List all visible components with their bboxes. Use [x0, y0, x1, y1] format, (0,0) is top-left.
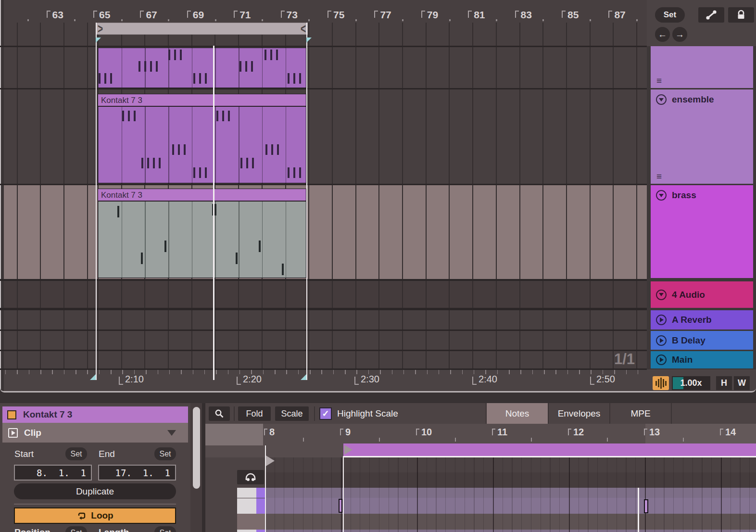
search-icon[interactable]: [209, 406, 230, 421]
tick-icon: [281, 11, 285, 18]
tick-icon: [472, 377, 477, 385]
loop-start-flag-icon[interactable]: [90, 374, 96, 380]
ableton-arrangement-view: > < Kontakt 7 3 Kontakt 7 3 ≡ensemble≡br…: [0, 0, 756, 532]
bar-number: 87: [608, 9, 625, 21]
end-value-field[interactable]: 17. 1. 1: [98, 465, 176, 481]
track-header-b-delay[interactable]: B Delay: [651, 331, 753, 350]
fold-arrow-icon[interactable]: [656, 290, 667, 300]
loop-start-line: [343, 456, 344, 532]
track-header-ensemble[interactable]: ensemble≡: [651, 89, 753, 184]
half-bar-tick: [531, 438, 532, 442]
minor-bar-tick: [215, 19, 216, 21]
lock-icon[interactable]: [728, 7, 754, 23]
track-name: 4 Audio: [672, 290, 705, 300]
preview-headphones-icon[interactable]: [237, 470, 264, 484]
bar-number-text: 81: [474, 9, 485, 21]
track-header-lane[interactable]: ≡: [651, 46, 753, 88]
piano-key-white[interactable]: [237, 530, 256, 532]
fold-arrow-icon[interactable]: [656, 190, 667, 201]
panel-divider: [202, 403, 205, 532]
midi-note[interactable]: [644, 499, 648, 513]
length-set-button[interactable]: Set: [154, 526, 176, 532]
scale-button[interactable]: Scale: [275, 406, 309, 421]
chevron-down-icon[interactable]: [167, 430, 176, 436]
tick-icon: [515, 11, 519, 18]
mini-note-group: [172, 144, 186, 155]
time-label-text: 2:10: [125, 374, 144, 385]
clip-title[interactable]: Kontakt 7 3: [98, 189, 306, 202]
bar-number-text: 67: [146, 9, 157, 21]
link-icon[interactable]: [698, 7, 724, 23]
play-arrow-icon[interactable]: [656, 335, 667, 346]
bar-number-text: 12: [573, 427, 584, 438]
start-label: Start: [14, 449, 34, 459]
track-header-4-audio[interactable]: 4 Audio: [651, 281, 753, 308]
nav-forward-button[interactable]: →: [672, 27, 687, 42]
minor-bar-tick: [27, 19, 29, 21]
panel-scrollbar-thumb[interactable]: [193, 407, 200, 489]
highlight-scale-checkbox[interactable]: ✓: [319, 407, 332, 420]
bar-number: 77: [374, 9, 391, 21]
time-label: 2:30: [354, 374, 379, 385]
half-bar-tick: [303, 438, 304, 442]
clip-title[interactable]: Kontakt 7 3: [98, 94, 306, 107]
time-label-text: 2:30: [361, 374, 379, 385]
piano-key-white[interactable]: [237, 488, 256, 498]
track-separator: [0, 184, 647, 185]
mini-note-group: [139, 61, 158, 72]
optimize-width-button[interactable]: W: [734, 376, 750, 390]
loop-start-triangle-icon[interactable]: [344, 445, 353, 455]
audio-waveform-toggle-icon[interactable]: [653, 376, 669, 390]
loop-toggle-button[interactable]: Loop: [14, 507, 176, 524]
loop-end-line[interactable]: [306, 23, 307, 380]
clip-panel-header[interactable]: Kontakt 7 3: [2, 406, 188, 423]
optimize-height-button[interactable]: H: [716, 376, 732, 390]
start-value-field[interactable]: 8. 1. 1: [14, 465, 92, 481]
clip-color-swatch[interactable]: [7, 410, 16, 419]
play-arrow-icon[interactable]: [656, 315, 667, 325]
menu-icon[interactable]: ≡: [656, 171, 662, 182]
midi-note[interactable]: [339, 499, 342, 513]
loop-brace[interactable]: > <: [96, 23, 308, 35]
track-header-main[interactable]: Main: [651, 351, 753, 368]
time-label: 2:10: [119, 374, 144, 385]
tick-icon: [187, 11, 191, 18]
time-ruler-ticks: [4, 370, 647, 374]
fold-button[interactable]: Fold: [238, 406, 271, 421]
play-arrow-icon[interactable]: [656, 355, 667, 365]
set-button[interactable]: Set: [655, 7, 685, 23]
tab-mpe[interactable]: MPE: [610, 403, 671, 424]
minor-bar-tick: [496, 19, 497, 21]
time-label: 2:20: [237, 374, 262, 385]
nav-back-button[interactable]: ←: [655, 27, 670, 42]
position-set-button[interactable]: Set: [65, 526, 87, 532]
mini-note-group: [288, 73, 301, 84]
loop-start-line[interactable]: [96, 23, 97, 380]
menu-icon[interactable]: ≡: [656, 76, 662, 86]
loop-end-marker-icon: [306, 38, 312, 43]
selected-midi-clip-track3[interactable]: Kontakt 7 3: [98, 189, 306, 278]
zoom-speed-control[interactable]: 1.00x: [672, 376, 710, 390]
tick-icon: [374, 11, 378, 18]
loop-end-flag-icon[interactable]: [301, 374, 306, 380]
tab-envelopes[interactable]: Envelopes: [549, 403, 609, 424]
track-separator: [0, 329, 647, 331]
end-set-button[interactable]: Set: [154, 447, 176, 460]
bar-number-text: 71: [239, 9, 251, 21]
tab-notes[interactable]: Notes: [487, 403, 548, 424]
highlight-scale-label: Highlight Scale: [337, 408, 398, 419]
minor-bar-tick: [262, 19, 263, 21]
clip-loop-bar[interactable]: [343, 443, 756, 457]
track-header-a-reverb[interactable]: A Reverb: [651, 310, 753, 329]
duplicate-button[interactable]: Duplicate: [14, 483, 176, 499]
bar-number: 75: [328, 9, 344, 21]
fold-arrow-icon[interactable]: [656, 94, 667, 105]
piano-key-white[interactable]: [237, 498, 256, 514]
start-marker-flag-icon[interactable]: [266, 456, 275, 466]
start-set-button[interactable]: Set: [65, 447, 87, 460]
clip-section-bar[interactable]: Clip: [2, 423, 188, 443]
track-header-brass[interactable]: brass: [651, 185, 753, 278]
loop-icon: [76, 512, 87, 520]
piano-key-black[interactable]: [237, 514, 265, 530]
clip-play-icon: [8, 428, 18, 438]
